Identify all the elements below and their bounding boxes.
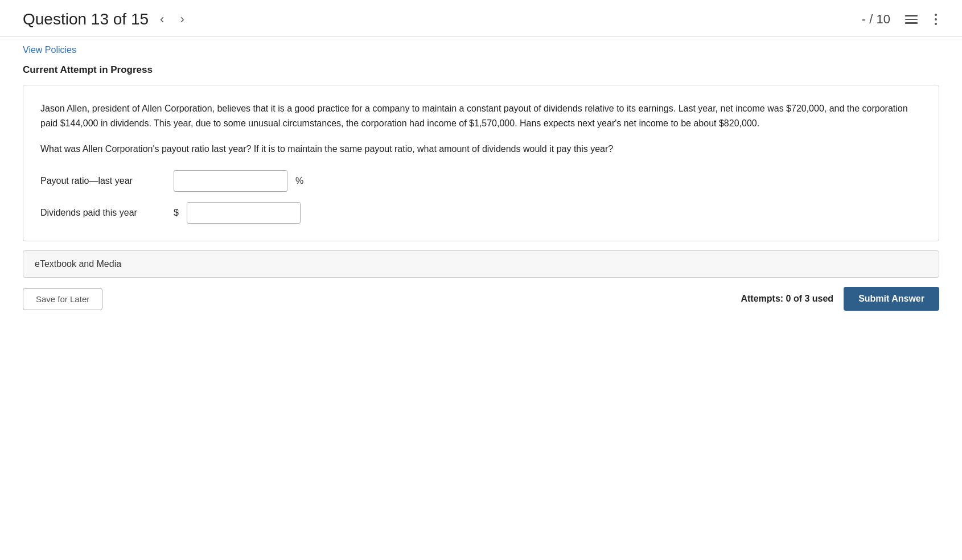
more-icon xyxy=(935,14,937,25)
submit-answer-button[interactable]: Submit Answer xyxy=(844,287,939,311)
payout-ratio-input[interactable] xyxy=(174,170,287,192)
attempt-label: Current Attempt in Progress xyxy=(23,64,939,76)
next-question-button[interactable]: › xyxy=(175,11,188,28)
attempts-label: Attempts: 0 of 3 used xyxy=(741,294,833,304)
question-paragraph-2: What was Allen Corporation's payout rati… xyxy=(40,142,922,157)
question-card: Jason Allen, president of Allen Corporat… xyxy=(23,85,939,241)
main-content: Current Attempt in Progress Jason Allen,… xyxy=(0,55,962,560)
prev-question-button[interactable]: ‹ xyxy=(155,11,168,28)
score-display: - / 10 xyxy=(862,12,890,27)
policies-section: View Policies xyxy=(0,37,962,55)
dividends-row: Dividends paid this year $ xyxy=(40,202,922,224)
header-left: Question 13 of 15 ‹ › xyxy=(23,10,189,28)
dividends-input[interactable] xyxy=(187,202,301,224)
footer-right: Attempts: 0 of 3 used Submit Answer xyxy=(741,287,939,311)
payout-ratio-row: Payout ratio—last year % xyxy=(40,170,922,192)
input-rows: Payout ratio—last year % Dividends paid … xyxy=(40,170,922,224)
more-options-button[interactable] xyxy=(932,11,939,27)
payout-ratio-label: Payout ratio—last year xyxy=(40,176,166,186)
footer-actions: Save for Later Attempts: 0 of 3 used Sub… xyxy=(23,287,939,316)
question-paragraph-1: Jason Allen, president of Allen Corporat… xyxy=(40,101,922,131)
dividends-label: Dividends paid this year xyxy=(40,208,166,218)
question-text: Jason Allen, president of Allen Corporat… xyxy=(40,101,922,157)
save-later-button[interactable]: Save for Later xyxy=(23,288,102,310)
view-policies-link[interactable]: View Policies xyxy=(23,45,76,55)
header: Question 13 of 15 ‹ › - / 10 xyxy=(0,0,962,37)
question-title: Question 13 of 15 xyxy=(23,10,149,28)
list-view-button[interactable] xyxy=(903,13,920,26)
header-right: - / 10 xyxy=(862,11,939,27)
currency-symbol: $ xyxy=(174,208,179,218)
list-icon xyxy=(905,15,918,24)
etextbook-bar: eTextbook and Media xyxy=(23,250,939,278)
percent-unit: % xyxy=(295,176,303,186)
etextbook-label: eTextbook and Media xyxy=(35,259,121,269)
